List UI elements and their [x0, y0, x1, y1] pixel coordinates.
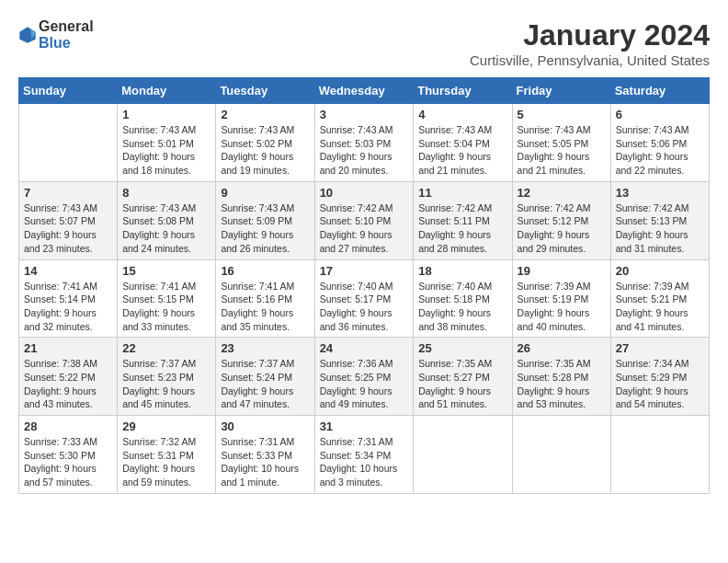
- day-detail: Sunrise: 7:42 AMSunset: 5:10 PMDaylight:…: [320, 201, 409, 256]
- day-number: 1: [122, 108, 210, 121]
- day-number: 9: [221, 186, 309, 200]
- weekday-header-monday: Monday: [118, 78, 216, 104]
- day-number: 3: [320, 108, 409, 121]
- weekday-header-thursday: Thursday: [414, 78, 512, 104]
- week-row-2: 7Sunrise: 7:43 AMSunset: 5:07 PMDaylight…: [19, 181, 710, 259]
- weekday-header-saturday: Saturday: [610, 78, 709, 104]
- calendar-cell: 28Sunrise: 7:33 AMSunset: 5:30 PMDayligh…: [19, 416, 118, 494]
- weekday-header-wednesday: Wednesday: [314, 78, 414, 104]
- weekday-header-sunday: Sunday: [19, 78, 118, 104]
- calendar-table: SundayMondayTuesdayWednesdayThursdayFrid…: [18, 77, 710, 494]
- calendar-cell: 6Sunrise: 7:43 AMSunset: 5:06 PMDaylight…: [610, 104, 709, 182]
- calendar-cell: 4Sunrise: 7:43 AMSunset: 5:04 PMDaylight…: [414, 104, 512, 182]
- day-number: 14: [24, 264, 112, 278]
- calendar-cell: 12Sunrise: 7:42 AMSunset: 5:12 PMDayligh…: [512, 181, 610, 259]
- calendar-cell: 29Sunrise: 7:32 AMSunset: 5:31 PMDayligh…: [118, 416, 216, 494]
- day-number: 31: [320, 419, 409, 433]
- day-number: 11: [418, 186, 506, 200]
- day-detail: Sunrise: 7:42 AMSunset: 5:12 PMDaylight:…: [518, 201, 606, 256]
- calendar-cell: 22Sunrise: 7:37 AMSunset: 5:23 PMDayligh…: [118, 338, 216, 416]
- day-detail: Sunrise: 7:40 AMSunset: 5:17 PMDaylight:…: [320, 280, 409, 334]
- calendar-cell: 3Sunrise: 7:43 AMSunset: 5:03 PMDaylight…: [314, 104, 414, 182]
- day-number: 18: [418, 264, 506, 278]
- calendar-cell: 18Sunrise: 7:40 AMSunset: 5:18 PMDayligh…: [414, 259, 512, 338]
- calendar-cell: 31Sunrise: 7:31 AMSunset: 5:34 PMDayligh…: [314, 416, 414, 494]
- day-detail: Sunrise: 7:43 AMSunset: 5:08 PMDaylight:…: [122, 201, 210, 256]
- calendar-cell: [512, 416, 610, 494]
- day-detail: Sunrise: 7:43 AMSunset: 5:09 PMDaylight:…: [221, 201, 309, 256]
- calendar-cell: [610, 416, 709, 494]
- calendar-cell: 26Sunrise: 7:35 AMSunset: 5:28 PMDayligh…: [512, 338, 610, 416]
- day-number: 23: [221, 341, 309, 355]
- calendar-cell: 8Sunrise: 7:43 AMSunset: 5:08 PMDaylight…: [118, 181, 216, 259]
- calendar-cell: [414, 416, 512, 494]
- day-detail: Sunrise: 7:37 AMSunset: 5:23 PMDaylight:…: [122, 357, 210, 411]
- day-number: 26: [518, 341, 606, 355]
- day-number: 5: [518, 108, 606, 121]
- weekday-header-friday: Friday: [512, 78, 610, 104]
- day-detail: Sunrise: 7:35 AMSunset: 5:28 PMDaylight:…: [518, 357, 606, 411]
- title-block: January 2024 Curtisville, Pennsylvania, …: [470, 18, 710, 68]
- day-detail: Sunrise: 7:33 AMSunset: 5:30 PMDaylight:…: [24, 435, 112, 489]
- day-number: 27: [616, 341, 704, 355]
- day-detail: Sunrise: 7:41 AMSunset: 5:14 PMDaylight:…: [24, 280, 112, 334]
- logo-line2: Blue: [39, 35, 94, 52]
- calendar-cell: 9Sunrise: 7:43 AMSunset: 5:09 PMDaylight…: [216, 181, 314, 259]
- calendar-cell: 16Sunrise: 7:41 AMSunset: 5:16 PMDayligh…: [216, 259, 314, 338]
- day-number: 10: [320, 186, 409, 200]
- day-number: 25: [418, 341, 506, 355]
- day-number: 7: [24, 186, 112, 200]
- day-detail: Sunrise: 7:43 AMSunset: 5:06 PMDaylight:…: [616, 123, 704, 178]
- day-number: 6: [616, 108, 704, 121]
- day-detail: Sunrise: 7:39 AMSunset: 5:19 PMDaylight:…: [518, 280, 606, 334]
- day-detail: Sunrise: 7:35 AMSunset: 5:27 PMDaylight:…: [418, 357, 506, 411]
- calendar-cell: 5Sunrise: 7:43 AMSunset: 5:05 PMDaylight…: [512, 104, 610, 182]
- day-detail: Sunrise: 7:32 AMSunset: 5:31 PMDaylight:…: [122, 435, 210, 489]
- calendar-cell: 14Sunrise: 7:41 AMSunset: 5:14 PMDayligh…: [19, 259, 118, 338]
- logo: General Blue: [18, 18, 94, 52]
- calendar-cell: 11Sunrise: 7:42 AMSunset: 5:11 PMDayligh…: [414, 181, 512, 259]
- day-detail: Sunrise: 7:42 AMSunset: 5:13 PMDaylight:…: [616, 201, 704, 256]
- week-row-4: 21Sunrise: 7:38 AMSunset: 5:22 PMDayligh…: [19, 338, 710, 416]
- calendar-cell: 2Sunrise: 7:43 AMSunset: 5:02 PMDaylight…: [216, 104, 314, 182]
- day-number: 17: [320, 264, 409, 278]
- day-detail: Sunrise: 7:41 AMSunset: 5:15 PMDaylight:…: [122, 280, 210, 334]
- day-detail: Sunrise: 7:36 AMSunset: 5:25 PMDaylight:…: [320, 357, 409, 411]
- day-number: 15: [122, 264, 210, 278]
- day-number: 12: [518, 186, 606, 200]
- week-row-3: 14Sunrise: 7:41 AMSunset: 5:14 PMDayligh…: [19, 259, 710, 338]
- logo-line1: General: [39, 18, 94, 35]
- day-detail: Sunrise: 7:43 AMSunset: 5:02 PMDaylight:…: [221, 123, 309, 178]
- day-detail: Sunrise: 7:37 AMSunset: 5:24 PMDaylight:…: [221, 357, 309, 411]
- page-header: General Blue January 2024 Curtisville, P…: [18, 18, 710, 68]
- location: Curtisville, Pennsylvania, United States: [470, 52, 710, 68]
- calendar-cell: 7Sunrise: 7:43 AMSunset: 5:07 PMDaylight…: [19, 181, 118, 259]
- day-number: 21: [24, 341, 112, 355]
- day-number: 8: [122, 186, 210, 200]
- day-number: 13: [616, 186, 704, 200]
- calendar-cell: 19Sunrise: 7:39 AMSunset: 5:19 PMDayligh…: [512, 259, 610, 338]
- day-detail: Sunrise: 7:31 AMSunset: 5:34 PMDaylight:…: [320, 435, 409, 489]
- day-number: 2: [221, 108, 309, 121]
- week-row-1: 1Sunrise: 7:43 AMSunset: 5:01 PMDaylight…: [19, 104, 710, 182]
- day-number: 22: [122, 341, 210, 355]
- logo-icon: [18, 26, 37, 44]
- day-number: 4: [418, 108, 506, 121]
- day-detail: Sunrise: 7:31 AMSunset: 5:33 PMDaylight:…: [221, 435, 309, 489]
- day-detail: Sunrise: 7:40 AMSunset: 5:18 PMDaylight:…: [418, 280, 506, 334]
- day-number: 20: [616, 264, 704, 278]
- day-number: 16: [221, 264, 309, 278]
- day-detail: Sunrise: 7:42 AMSunset: 5:11 PMDaylight:…: [418, 201, 506, 256]
- calendar-cell: 21Sunrise: 7:38 AMSunset: 5:22 PMDayligh…: [19, 338, 118, 416]
- calendar-cell: 13Sunrise: 7:42 AMSunset: 5:13 PMDayligh…: [610, 181, 709, 259]
- calendar-cell: 30Sunrise: 7:31 AMSunset: 5:33 PMDayligh…: [216, 416, 314, 494]
- day-number: 30: [221, 419, 309, 433]
- calendar-cell: 25Sunrise: 7:35 AMSunset: 5:27 PMDayligh…: [414, 338, 512, 416]
- calendar-cell: 17Sunrise: 7:40 AMSunset: 5:17 PMDayligh…: [314, 259, 414, 338]
- weekday-header-row: SundayMondayTuesdayWednesdayThursdayFrid…: [19, 78, 710, 104]
- day-detail: Sunrise: 7:38 AMSunset: 5:22 PMDaylight:…: [24, 357, 112, 411]
- day-number: 19: [518, 264, 606, 278]
- day-detail: Sunrise: 7:43 AMSunset: 5:04 PMDaylight:…: [418, 123, 506, 178]
- calendar-cell: [19, 104, 118, 182]
- day-detail: Sunrise: 7:43 AMSunset: 5:07 PMDaylight:…: [24, 201, 112, 256]
